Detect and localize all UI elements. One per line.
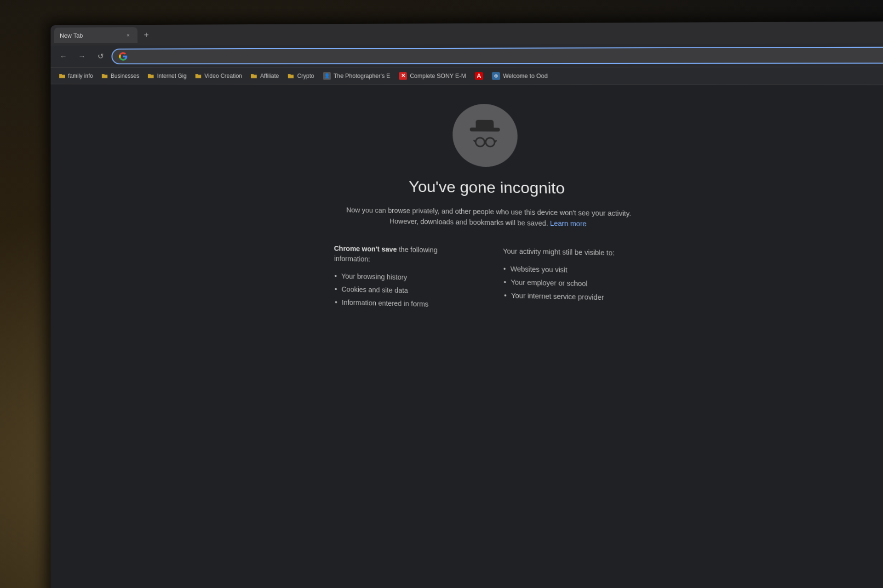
main-content: You've gone incognito Now you can browse… xyxy=(51,84,883,588)
tab-title: New Tab xyxy=(60,32,121,39)
wont-save-list: Your browsing history Cookies and site d… xyxy=(334,269,474,312)
bookmark-favicon: 👤 xyxy=(323,72,331,80)
bookmark-label: Welcome to Ood xyxy=(503,73,548,80)
adobe-icon: A xyxy=(475,72,483,80)
forward-button[interactable]: → xyxy=(75,49,89,63)
bookmark-label: Businesses xyxy=(111,73,139,79)
bookmark-businesses[interactable]: Businesses xyxy=(97,71,143,81)
active-tab[interactable]: New Tab × xyxy=(54,27,138,43)
bookmark-family-info[interactable]: family info xyxy=(55,71,97,81)
folder-icon xyxy=(251,73,258,79)
wont-save-header: Chrome won't save the following informat… xyxy=(334,243,473,266)
description-text: Now you can browse privately, and other … xyxy=(346,206,631,227)
back-button[interactable]: ← xyxy=(56,49,71,63)
browser-window: New Tab × + ← → ↺ family info xyxy=(51,21,883,588)
bookmark-affiliate[interactable]: Affiliate xyxy=(247,70,283,81)
folder-icon xyxy=(59,73,65,79)
folder-icon xyxy=(148,73,154,79)
bookmark-photographers[interactable]: 👤 The Photographer's E xyxy=(319,70,395,81)
bookmarks-bar: family info Businesses Internet Gig Vide… xyxy=(51,67,883,85)
tab-bar: New Tab × + xyxy=(51,21,883,46)
tab-close-button[interactable]: × xyxy=(125,31,132,39)
learn-more-link[interactable]: Learn more xyxy=(550,220,587,228)
info-grid: Chrome won't save the following informat… xyxy=(315,243,669,316)
bookmark-label: Complete SONY E-M xyxy=(410,73,466,80)
wont-save-bold: Chrome won't save xyxy=(334,245,397,253)
incognito-title: You've gone incognito xyxy=(409,178,565,198)
bookmark-label: Internet Gig xyxy=(157,73,186,79)
list-item: Your internet service provider xyxy=(504,289,648,305)
svg-rect-1 xyxy=(476,120,494,130)
new-tab-button[interactable]: + xyxy=(139,28,154,42)
bookmark-video-creation[interactable]: Video Creation xyxy=(191,71,246,81)
address-bar[interactable] xyxy=(111,46,883,64)
incognito-description: Now you can browse privately, and other … xyxy=(333,205,645,230)
bookmark-label: Video Creation xyxy=(205,73,242,79)
folder-icon xyxy=(101,73,108,79)
bookmark-sony[interactable]: ✕ Complete SONY E-M xyxy=(395,70,470,81)
folder-icon xyxy=(195,73,202,79)
address-input[interactable] xyxy=(131,51,883,60)
bookmark-ood[interactable]: ⊕ Welcome to Ood xyxy=(488,70,552,81)
incognito-circle xyxy=(452,104,519,167)
google-icon xyxy=(119,52,127,60)
bookmark-label: Affiliate xyxy=(260,73,279,79)
bookmark-label: The Photographer's E xyxy=(333,73,390,80)
wont-save-column: Chrome won't save the following informat… xyxy=(334,243,474,312)
still-visible-header: Your activity might still be visible to: xyxy=(503,246,646,259)
bookmark-adobe[interactable]: A xyxy=(471,70,487,81)
bookmark-label: family info xyxy=(68,73,93,79)
bookmark-label: Crypto xyxy=(297,73,314,79)
reload-button[interactable]: ↺ xyxy=(93,49,108,63)
ood-icon: ⊕ xyxy=(492,72,500,80)
bookmark-internet-gig[interactable]: Internet Gig xyxy=(144,71,190,81)
incognito-icon xyxy=(452,104,519,167)
folder-icon xyxy=(287,73,294,79)
still-visible-list: Websites you visit Your employer or scho… xyxy=(503,262,648,305)
incognito-svg xyxy=(464,116,505,155)
bookmark-favicon: ✕ xyxy=(399,72,407,80)
bookmark-crypto[interactable]: Crypto xyxy=(284,70,318,81)
toolbar: ← → ↺ xyxy=(51,43,883,68)
list-item: Information entered in forms xyxy=(335,296,474,312)
still-visible-column: Your activity might still be visible to:… xyxy=(503,246,648,315)
